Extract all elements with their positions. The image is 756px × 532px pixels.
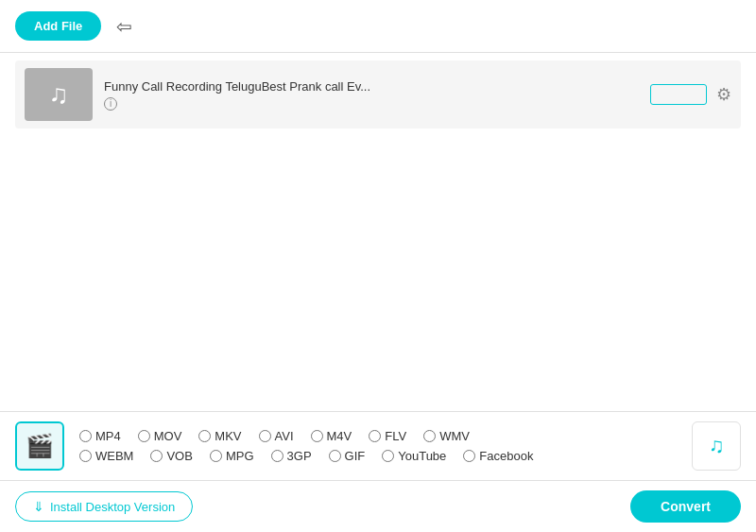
format-option-webm[interactable]: WEBM: [79, 449, 133, 463]
info-icon[interactable]: i: [104, 97, 117, 111]
format-radio-mkv[interactable]: [198, 430, 211, 442]
download-icon: ⇓: [33, 499, 44, 514]
format-option-youtube[interactable]: YouTube: [382, 449, 446, 463]
format-option-wmv[interactable]: WMV: [423, 429, 470, 443]
format-radio-gif[interactable]: [329, 450, 341, 462]
format-radio-mp4[interactable]: [79, 430, 92, 442]
install-button[interactable]: ⇓ Install Desktop Version: [15, 491, 193, 522]
format-option-mov[interactable]: MOV: [138, 429, 182, 443]
video-format-icon-box[interactable]: 🎬: [15, 421, 64, 471]
file-name: Funny Call Recording TeluguBest Prank ca…: [104, 79, 639, 94]
format-option-mkv[interactable]: MKV: [198, 429, 241, 443]
format-bar: 🎬 MP4 MOV MKV AVI M4V FLV WMV: [0, 411, 756, 480]
format-row-2: WEBM VOB MPG 3GP GIF YouTube Facebook: [79, 449, 680, 463]
audio-format-icon-box[interactable]: ♫: [692, 421, 741, 471]
format-radio-webm[interactable]: [79, 450, 92, 462]
format-radio-flv[interactable]: [369, 430, 381, 442]
toolbar: Add File ⇦: [0, 0, 756, 53]
file-meta: i: [104, 97, 639, 111]
format-option-avi[interactable]: AVI: [259, 429, 294, 443]
audio-music-icon: ♫: [709, 434, 725, 458]
format-radio-mov[interactable]: [138, 430, 150, 442]
format-radio-3gp[interactable]: [271, 450, 284, 462]
install-label: Install Desktop Version: [50, 500, 175, 514]
progress-bar: [650, 84, 707, 105]
format-option-m4v[interactable]: M4V: [311, 429, 352, 443]
add-file-button[interactable]: Add File: [15, 11, 101, 41]
format-option-gif[interactable]: GIF: [329, 449, 366, 463]
settings-icon[interactable]: ⚙: [716, 84, 731, 105]
format-option-vob[interactable]: VOB: [150, 449, 192, 463]
film-icon: 🎬: [26, 433, 54, 459]
action-bar: ⇓ Install Desktop Version Convert: [0, 480, 756, 532]
file-info: Funny Call Recording TeluguBest Prank ca…: [104, 79, 639, 111]
music-note-icon: ♫: [49, 79, 69, 110]
format-radio-m4v[interactable]: [311, 430, 323, 442]
file-thumbnail: ♫: [25, 68, 93, 121]
format-radio-vob[interactable]: [150, 450, 163, 462]
format-row-1: MP4 MOV MKV AVI M4V FLV WMV: [79, 429, 680, 443]
format-option-mp4[interactable]: MP4: [79, 429, 121, 443]
file-list: ♫ Funny Call Recording TeluguBest Prank …: [0, 53, 756, 411]
format-radio-avi[interactable]: [259, 430, 271, 442]
file-actions: ⚙: [650, 84, 731, 105]
format-option-flv[interactable]: FLV: [369, 429, 406, 443]
format-radio-wmv[interactable]: [423, 430, 436, 442]
format-radio-youtube[interactable]: [382, 450, 394, 462]
format-radio-mpg[interactable]: [210, 450, 222, 462]
format-option-3gp[interactable]: 3GP: [271, 449, 312, 463]
format-options: MP4 MOV MKV AVI M4V FLV WMV W: [79, 429, 680, 463]
format-option-mpg[interactable]: MPG: [210, 449, 254, 463]
arrow-icon: ⇦: [116, 15, 132, 38]
format-option-facebook[interactable]: Facebook: [463, 449, 533, 463]
table-row: ♫ Funny Call Recording TeluguBest Prank …: [15, 60, 741, 129]
format-radio-facebook[interactable]: [463, 450, 475, 462]
convert-button[interactable]: Convert: [630, 490, 741, 523]
